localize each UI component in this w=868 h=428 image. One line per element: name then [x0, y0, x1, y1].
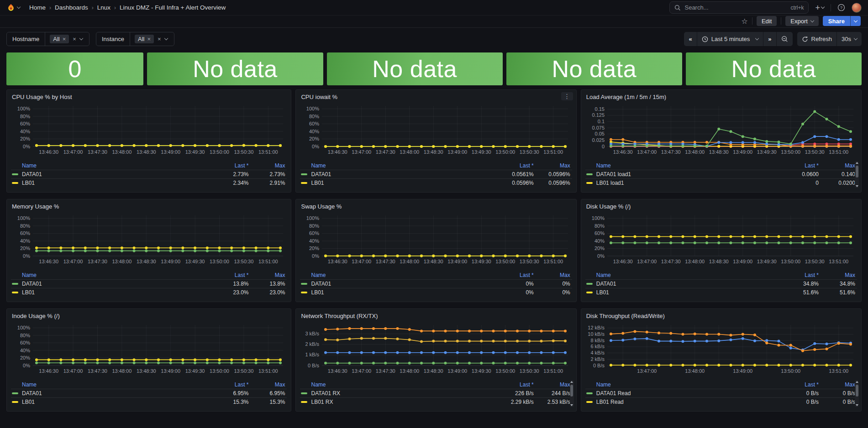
legend-row[interactable]: LB012.34%2.91% — [11, 178, 287, 187]
legend-row[interactable]: DATA012.73%2.73% — [11, 170, 287, 178]
legend-scrollbar[interactable] — [855, 161, 859, 188]
series-name[interactable]: DATA01 — [12, 390, 206, 397]
legend-row[interactable]: DATA010%0% — [300, 279, 572, 288]
legend-header-last[interactable]: Last * — [492, 381, 534, 388]
panel-title[interactable]: Memory Usage % — [11, 203, 287, 212]
series-name[interactable]: LB01 — [12, 180, 206, 186]
panel-title[interactable]: Load Average (1m / 5m / 15m) — [585, 93, 857, 102]
legend-header-name[interactable]: Name — [301, 381, 491, 388]
legend-header-max[interactable]: Max — [819, 381, 855, 388]
legend-row[interactable]: LB010%0% — [300, 288, 572, 297]
legend-header-max[interactable]: Max — [819, 162, 855, 169]
star-icon[interactable]: ☆ — [742, 17, 748, 26]
legend-row[interactable]: LB0151.6%51.6% — [585, 288, 857, 297]
filter-chip[interactable]: All× — [135, 35, 154, 43]
series-name[interactable]: DATA01 load1 — [586, 171, 777, 177]
time-shift-forward-button[interactable]: » — [763, 32, 776, 46]
chip-remove-icon[interactable]: × — [63, 36, 66, 42]
series-name[interactable]: DATA01 — [301, 171, 491, 177]
time-range-picker[interactable]: Last 5 minutes — [697, 32, 764, 46]
legend-row[interactable]: DATA0113.8%13.8% — [11, 279, 287, 288]
panel-title[interactable]: CPU Usage % by Host — [11, 93, 287, 102]
filter-label[interactable]: Instance — [96, 32, 130, 46]
legend-header-name[interactable]: Name — [301, 162, 491, 169]
legend-row[interactable]: DATA0134.8%34.8% — [585, 279, 857, 288]
legend-header-max[interactable]: Max — [534, 272, 570, 278]
scrollbar-thumb[interactable] — [856, 385, 858, 397]
legend-row[interactable]: LB01 Read0 B/s0 B/s — [585, 397, 857, 406]
scrollbar-thumb[interactable] — [570, 385, 573, 397]
scrollbar-thumb[interactable] — [856, 166, 858, 177]
chevron-down-icon[interactable] — [164, 37, 168, 40]
breadcrumb-dashboards[interactable]: Dashboards — [55, 4, 88, 11]
legend-row[interactable]: DATA01 RX226 B/s244 B/s — [300, 389, 572, 397]
scroll-up-icon[interactable] — [856, 162, 858, 164]
panel-title[interactable]: Inode Usage % (/) — [11, 312, 287, 321]
legend-row[interactable]: LB01 RX2.29 kB/s2.53 kB/s — [300, 397, 572, 406]
chart-area[interactable]: 0%20%40%60%80%100%13:46:3013:47:0013:47:… — [300, 102, 572, 161]
chart-area[interactable]: 0%20%40%60%80%100%13:46:3013:47:0013:47:… — [11, 212, 287, 270]
search-input[interactable]: Search... ctrl+k — [669, 1, 809, 14]
scroll-up-icon[interactable] — [570, 381, 573, 383]
legend-header-name[interactable]: Name — [586, 162, 777, 169]
panel-title[interactable]: Swap Usage % — [300, 203, 572, 212]
legend-header-last[interactable]: Last * — [206, 381, 248, 388]
legend-header-last[interactable]: Last * — [492, 272, 534, 278]
stat-panel-0[interactable]: 0 — [6, 52, 143, 85]
legend-header-last[interactable]: Last * — [206, 162, 248, 169]
legend-header-max[interactable]: Max — [248, 272, 285, 278]
filter-label[interactable]: Hostname — [7, 32, 45, 46]
chart-area[interactable]: 0 B/s1 kB/s2 kB/s3 kB/s13:46:3013:47:001… — [300, 321, 572, 380]
refresh-button[interactable]: Refresh — [797, 32, 837, 46]
legend-header-name[interactable]: Name — [12, 381, 206, 388]
clear-icon[interactable]: × — [73, 36, 76, 42]
series-name[interactable]: LB01 — [12, 289, 206, 296]
series-name[interactable]: LB01 — [301, 289, 491, 296]
legend-row[interactable]: LB010.0596%0.0596% — [300, 178, 572, 187]
legend-header-max[interactable]: Max — [534, 162, 570, 169]
legend-header-max[interactable]: Max — [819, 272, 855, 278]
series-name[interactable]: DATA01 — [12, 171, 206, 177]
legend-row[interactable]: DATA01 Read0 B/s0 B/s — [585, 389, 857, 397]
series-name[interactable]: DATA01 RX — [301, 390, 491, 397]
chart-area[interactable]: 0 B/s2 kB/s4 kB/s6 kB/s8 kB/s10 kB/s12 k… — [585, 321, 857, 380]
legend-header-last[interactable]: Last * — [777, 162, 819, 169]
panel-menu-icon[interactable]: ⋮ — [561, 92, 573, 100]
help-button[interactable]: ? — [836, 3, 847, 12]
add-button[interactable]: + — [813, 4, 826, 12]
legend-header-name[interactable]: Name — [12, 162, 206, 169]
scroll-down-icon[interactable] — [856, 404, 858, 406]
legend-header-name[interactable]: Name — [12, 272, 206, 278]
legend-row[interactable]: DATA010.0561%0.0596% — [300, 170, 572, 178]
legend-header-max[interactable]: Max — [248, 162, 285, 169]
series-name[interactable]: DATA01 — [12, 281, 206, 287]
series-name[interactable]: LB01 — [301, 180, 491, 186]
legend-header-name[interactable]: Name — [586, 381, 777, 388]
chart-area[interactable]: 00.0250.050.0750.10.1250.1513:46:3013:47… — [585, 102, 857, 161]
filter-value-picker[interactable]: All×× — [130, 35, 174, 43]
breadcrumb-folder[interactable]: Lnux — [97, 4, 110, 11]
legend-header-last[interactable]: Last * — [492, 162, 534, 169]
legend-scrollbar[interactable] — [855, 380, 859, 407]
legend-header-last[interactable]: Last * — [777, 272, 819, 278]
time-shift-back-button[interactable]: « — [684, 32, 697, 46]
legend-header-max[interactable]: Max — [248, 381, 285, 388]
time-zoom-out-button[interactable] — [777, 32, 793, 46]
legend-header-last[interactable]: Last * — [777, 381, 819, 388]
series-name[interactable]: LB01 — [586, 289, 777, 296]
chevron-down-icon[interactable] — [79, 37, 83, 40]
legend-header-last[interactable]: Last * — [206, 272, 248, 278]
grafana-logo[interactable] — [6, 3, 20, 12]
legend-scrollbar[interactable] — [570, 380, 574, 407]
chart-area[interactable]: 0%20%40%60%80%100%13:46:3013:47:0013:47:… — [585, 212, 857, 270]
share-dropdown-button[interactable] — [850, 16, 861, 26]
legend-row[interactable]: LB0115.3%15.3% — [11, 397, 287, 406]
series-name[interactable]: LB01 — [12, 399, 206, 405]
filter-value-picker[interactable]: All×× — [45, 35, 89, 43]
series-name[interactable]: LB01 load1 — [586, 180, 777, 186]
share-button[interactable]: Share — [823, 16, 850, 26]
panel-title[interactable]: Network Throughput (RX/TX) — [300, 312, 572, 321]
panel-title[interactable]: CPU iowait % — [300, 93, 572, 102]
series-name[interactable]: LB01 RX — [301, 399, 491, 405]
breadcrumb-home[interactable]: Home — [29, 4, 46, 11]
